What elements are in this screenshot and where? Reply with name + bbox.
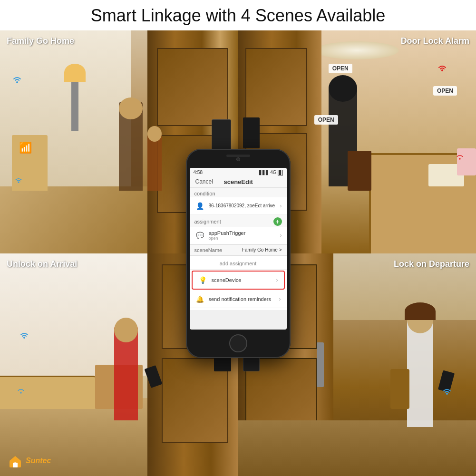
wifi-signal-alarm-1	[437, 64, 447, 75]
scene-device-icon: 💡	[198, 275, 208, 285]
condition-icon: 👤	[194, 200, 206, 212]
notification-reminders-item[interactable]: 🔔 send notification reminders ›	[190, 291, 287, 308]
label-lock-departure: Lock on Departure	[394, 259, 469, 269]
notification-icon: 🔔	[195, 294, 205, 304]
notification-chevron: ›	[279, 296, 281, 302]
phone-mockup: 4:58 ▋▋▋ 4G ▊ Cancel sceneEdit	[186, 149, 291, 358]
svg-point-0	[16, 81, 18, 83]
scene-name-label: sceneName	[194, 247, 223, 253]
bottom-sheet: add assignment 💡 sceneDevice › 🔔 send no…	[190, 255, 287, 310]
time-display: 4:58	[194, 170, 203, 175]
phone-home-button[interactable]	[229, 334, 247, 352]
page-container: Smart Linkage with 4 Scenes Available	[0, 0, 476, 476]
suntec-logo: Suntec	[7, 452, 51, 469]
assignment-row[interactable]: 💬 appPushTrigger open ›	[190, 227, 287, 244]
wifi-signal-1: 📶	[19, 142, 32, 154]
cancel-button[interactable]: Cancel	[195, 178, 213, 185]
assignment-header: assignment +	[190, 215, 287, 227]
assignment-text-group: appPushTrigger open	[209, 230, 246, 241]
wifi-signal-3	[14, 176, 23, 186]
svg-point-4	[23, 337, 25, 339]
add-assignment-plus-button[interactable]: +	[273, 217, 282, 226]
label-door-lock-alarm: Door Lock Alarm	[401, 36, 469, 46]
status-bar: 4:58 ▋▋▋ 4G ▊	[190, 168, 287, 176]
scene-device-label: sceneDevice	[212, 277, 242, 283]
condition-row[interactable]: 👤 86-18367802092, zoeEct arrive ›	[190, 197, 287, 215]
svg-point-2	[441, 69, 443, 71]
condition-text: 86-18367802092, zoeEct arrive	[209, 203, 275, 208]
phone-camera	[236, 157, 240, 161]
phone-screen: 4:58 ▋▋▋ 4G ▊ Cancel sceneEdit	[190, 168, 287, 330]
scene-name-value: Family Go Home >	[242, 247, 282, 253]
svg-point-9	[446, 393, 448, 395]
svg-point-3	[459, 158, 460, 159]
open-badge-3: OPEN	[314, 115, 338, 125]
wifi-signal-alarm-2	[456, 153, 464, 163]
scene-edit-title: sceneEdit	[223, 178, 253, 185]
label-unlock-arrival: Unlock on Arrival	[7, 259, 77, 269]
assignment-section-label: assignment	[194, 219, 221, 224]
scene-grid: 📶 Family Go Home	[0, 30, 476, 476]
condition-section-label: condition	[190, 188, 287, 197]
scene-name-row[interactable]: sceneName Family Go Home >	[190, 244, 287, 255]
svg-point-5	[20, 392, 21, 393]
label-family-go-home: Family Go Home	[7, 36, 74, 46]
assignment-icon: 💬	[194, 230, 206, 241]
wifi-signal-depart-1	[442, 387, 452, 398]
screen-nav: Cancel sceneEdit	[190, 176, 287, 188]
assignment-title: appPushTrigger	[209, 230, 246, 236]
svg-point-1	[18, 181, 19, 183]
signal-display: ▋▋▋ 4G ▊	[259, 170, 282, 175]
wifi-signal-2	[12, 75, 22, 86]
open-badge-2: OPEN	[433, 86, 457, 96]
notification-label: send notification reminders	[209, 296, 271, 302]
scene-device-item[interactable]: 💡 sceneDevice ›	[192, 271, 285, 290]
assignment-chevron: ›	[280, 232, 282, 239]
suntec-name: Suntec	[26, 457, 51, 465]
wifi-signal-arrival-1	[19, 331, 29, 342]
page-title: Smart Linkage with 4 Scenes Available	[0, 0, 476, 30]
wifi-signal-arrival-2	[17, 387, 25, 397]
assignment-subtitle: open	[209, 236, 246, 241]
phone-speaker	[226, 155, 250, 157]
condition-chevron: ›	[280, 203, 282, 209]
add-assignment-header: add assignment	[190, 259, 287, 270]
scene-device-chevron: ›	[276, 277, 278, 283]
open-badge-1: OPEN	[329, 64, 352, 73]
